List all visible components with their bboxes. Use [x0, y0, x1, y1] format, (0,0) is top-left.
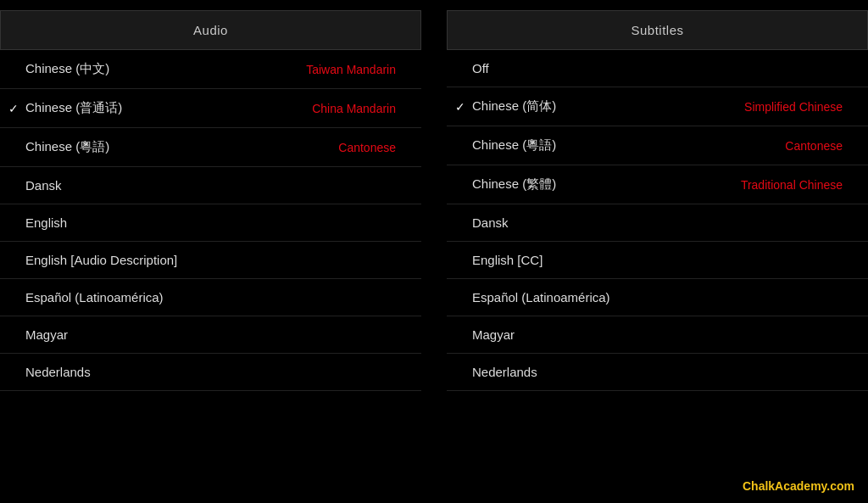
item-primary-label: Chinese (中文): [25, 61, 306, 77]
audio-header: Audio: [0, 10, 421, 50]
item-secondary-label: Cantonese: [785, 139, 843, 153]
list-item[interactable]: Nederlands: [0, 354, 421, 391]
list-item[interactable]: Dansk: [447, 204, 868, 242]
item-primary-label: Chinese (粵語): [472, 137, 785, 154]
list-item[interactable]: English [CC]: [447, 242, 868, 279]
item-primary-label: Chinese (粵語): [25, 139, 338, 155]
item-primary-label: Chinese (普通话): [25, 100, 312, 116]
list-item[interactable]: ✓Chinese (简体)Simplified Chinese: [447, 87, 868, 126]
checkmark-icon: ✓: [8, 102, 19, 115]
item-secondary-label: China Mandarin: [312, 102, 396, 115]
list-item[interactable]: English: [0, 204, 421, 242]
list-item[interactable]: ✓Chinese (普通话)China Mandarin: [0, 89, 421, 128]
list-item[interactable]: Español (Latinoamérica): [447, 279, 868, 316]
list-item[interactable]: Dansk: [0, 167, 421, 204]
item-primary-label: Off: [472, 61, 843, 75]
panel-gap: [421, 10, 447, 493]
subtitles-list: Off✓Chinese (简体)Simplified ChineseChines…: [447, 50, 868, 493]
list-item[interactable]: Chinese (粵語)Cantonese: [0, 128, 421, 167]
item-secondary-label: Traditional Chinese: [741, 178, 843, 192]
list-item[interactable]: Español (Latinoamérica): [0, 279, 421, 316]
list-item[interactable]: Chinese (繁體)Traditional Chinese: [447, 165, 868, 204]
item-primary-label: English [Audio Description]: [25, 253, 396, 267]
list-item[interactable]: Nederlands: [447, 354, 868, 391]
list-item[interactable]: English [Audio Description]: [0, 242, 421, 279]
item-primary-label: Magyar: [472, 327, 843, 342]
item-secondary-label: Taiwan Mandarin: [306, 63, 396, 76]
subtitles-panel: Subtitles Off✓Chinese (简体)Simplified Chi…: [447, 10, 868, 493]
item-primary-label: Español (Latinoamérica): [472, 290, 843, 305]
item-primary-label: Dansk: [472, 215, 843, 230]
item-primary-label: Chinese (简体): [472, 98, 744, 115]
audio-list: Chinese (中文)Taiwan Mandarin✓Chinese (普通话…: [0, 50, 421, 493]
item-primary-label: English [CC]: [472, 253, 843, 267]
list-item[interactable]: Off: [447, 50, 868, 87]
item-primary-label: Magyar: [25, 327, 396, 342]
item-secondary-label: Simplified Chinese: [744, 100, 843, 114]
audio-panel: Audio Chinese (中文)Taiwan Mandarin✓Chines…: [0, 10, 421, 493]
main-container: Audio Chinese (中文)Taiwan Mandarin✓Chines…: [0, 0, 868, 503]
item-primary-label: Español (Latinoamérica): [25, 290, 396, 305]
item-primary-label: English: [25, 215, 396, 230]
watermark: ChalkAcademy.com: [743, 479, 854, 493]
list-item[interactable]: Magyar: [447, 316, 868, 354]
list-item[interactable]: Magyar: [0, 316, 421, 354]
list-item[interactable]: Chinese (粵語)Cantonese: [447, 126, 868, 165]
item-primary-label: Dansk: [25, 178, 396, 193]
item-primary-label: Nederlands: [472, 365, 843, 379]
item-primary-label: Nederlands: [25, 365, 396, 379]
checkmark-icon: ✓: [455, 100, 465, 114]
subtitles-header: Subtitles: [447, 10, 868, 50]
item-secondary-label: Cantonese: [338, 141, 396, 154]
item-primary-label: Chinese (繁體): [472, 176, 741, 193]
list-item[interactable]: Chinese (中文)Taiwan Mandarin: [0, 50, 421, 89]
